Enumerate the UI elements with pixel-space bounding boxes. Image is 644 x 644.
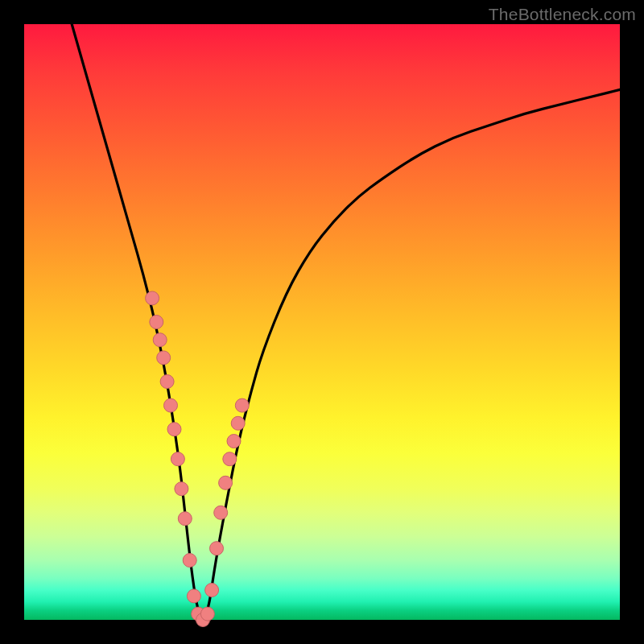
chart-plot-area <box>24 24 620 620</box>
highlight-point <box>183 554 196 568</box>
highlight-point <box>210 542 224 555</box>
chart-frame: TheBottleneck.com <box>0 0 644 644</box>
highlight-point <box>175 482 188 496</box>
highlight-point <box>205 584 219 597</box>
highlight-point <box>171 452 184 466</box>
highlight-point <box>160 375 174 389</box>
highlight-point <box>219 476 233 489</box>
highlight-point <box>167 423 181 436</box>
highlight-point <box>164 398 178 412</box>
highlight-point <box>200 607 214 621</box>
highlight-point <box>231 416 245 430</box>
highlight-points-layer <box>146 291 250 627</box>
highlight-point <box>157 351 171 365</box>
highlight-point <box>187 589 200 603</box>
highlight-point <box>223 452 237 466</box>
highlight-point <box>150 316 163 329</box>
highlight-point <box>146 291 159 305</box>
highlight-point <box>227 435 241 448</box>
highlight-point <box>214 506 228 519</box>
highlight-point <box>235 398 249 412</box>
highlight-point <box>153 333 167 347</box>
watermark-text: TheBottleneck.com <box>489 5 636 24</box>
chart-svg <box>24 24 620 620</box>
highlight-point <box>178 512 192 526</box>
